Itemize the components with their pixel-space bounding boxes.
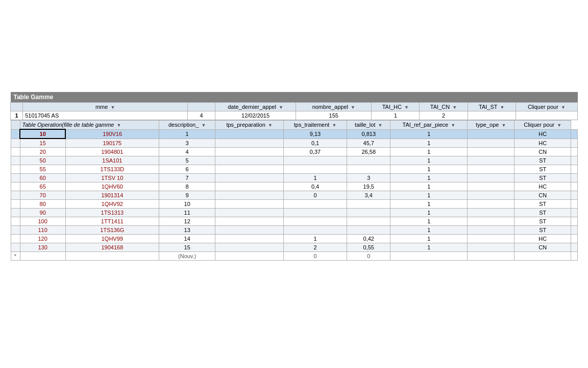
op-tai-ref-cell[interactable] <box>468 200 514 209</box>
op-taille-cell[interactable]: 1 <box>390 217 468 226</box>
gamme-cell-date[interactable]: 12/02/2015 <box>215 111 296 120</box>
gamme-cell-tai-st[interactable] <box>468 111 516 120</box>
gamme-col-name[interactable]: mme ▼ <box>23 103 188 111</box>
op-ordre-cell[interactable]: 1 <box>159 129 215 139</box>
op-tps-prep-cell[interactable]: 1 <box>283 174 347 182</box>
operation-title-dropdown[interactable]: ▼ <box>117 123 121 128</box>
op-ref-cell[interactable]: 1904168 <box>65 243 159 252</box>
table-row[interactable]: 651QHV6080,419,51HC <box>11 182 577 191</box>
op-num-cell[interactable]: 55 <box>20 165 65 174</box>
op-type-ope-cell[interactable]: ST <box>514 226 571 235</box>
table-row[interactable]: 1519017530,145,71HC <box>11 139 577 148</box>
op-tai-ref-cell[interactable] <box>468 243 514 252</box>
op-tai-ref-cell[interactable] <box>468 235 514 243</box>
op-ref-cell[interactable]: 1TS133D <box>65 165 159 174</box>
op-tai-ref-cell[interactable] <box>468 182 514 191</box>
gamme-col-tai-cn-dropdown[interactable]: ▼ <box>452 105 457 110</box>
op-num-cell[interactable]: 120 <box>20 235 65 243</box>
op-tps-trait-cell[interactable] <box>347 217 390 226</box>
table-row[interactable]: 901TS1313111ST <box>11 209 577 217</box>
op-col-cliquer-dropdown[interactable]: ▼ <box>557 123 561 128</box>
op-tps-trait-cell[interactable]: 3 <box>347 174 390 182</box>
op-tps-prep-cell[interactable] <box>283 165 347 174</box>
new-record-row[interactable]: *(Nouv.)00 <box>11 252 577 261</box>
op-taille-cell[interactable]: 1 <box>390 148 468 156</box>
op-tps-trait-cell[interactable] <box>347 226 390 235</box>
op-cliquer-cell[interactable] <box>571 129 577 139</box>
op-taille-cell[interactable]: 1 <box>390 174 468 182</box>
op-cliquer-cell[interactable] <box>571 200 577 209</box>
op-ordre-cell[interactable]: 5 <box>159 156 215 165</box>
op-num-cell[interactable]: 10 <box>20 129 65 139</box>
table-row[interactable]: 1001TT1411121ST <box>11 217 577 226</box>
op-col-tps-prep-dropdown[interactable]: ▼ <box>268 123 273 128</box>
op-cliquer-cell[interactable] <box>571 148 577 156</box>
op-tps-trait-cell[interactable]: 0,42 <box>347 235 390 243</box>
op-col-tps-trait[interactable]: tps_traitement ▼ <box>283 121 347 130</box>
op-col-tai-ref-dropdown[interactable]: ▼ <box>451 123 455 128</box>
op-tai-ref-cell[interactable] <box>468 191 514 200</box>
op-type-ope-cell[interactable]: ST <box>514 200 571 209</box>
table-row[interactable]: 20190480140,3726,581CN <box>11 148 577 156</box>
op-tai-ref-cell[interactable] <box>468 209 514 217</box>
op-taille-cell[interactable]: 1 <box>390 191 468 200</box>
op-desc-cell[interactable] <box>215 165 283 174</box>
op-cliquer-cell[interactable] <box>571 235 577 243</box>
op-col-taille-dropdown[interactable]: ▼ <box>378 123 383 128</box>
op-desc-cell[interactable] <box>215 235 283 243</box>
op-tps-trait-cell[interactable]: 26,58 <box>347 148 390 156</box>
op-num-cell[interactable]: 80 <box>20 200 65 209</box>
new-row-taille[interactable] <box>390 252 468 261</box>
op-type-ope-cell[interactable]: CN <box>514 243 571 252</box>
op-type-ope-cell[interactable]: HC <box>514 235 571 243</box>
op-ordre-cell[interactable]: 8 <box>159 182 215 191</box>
op-taille-cell[interactable]: 1 <box>390 209 468 217</box>
gamme-cell-name[interactable]: 51017045 AS <box>23 111 188 120</box>
op-col-taille[interactable]: taille_lot ▼ <box>347 121 390 130</box>
op-cliquer-cell[interactable] <box>571 182 577 191</box>
op-ordre-cell[interactable]: 13 <box>159 226 215 235</box>
op-type-ope-cell[interactable]: ST <box>514 156 571 165</box>
op-cliquer-cell[interactable] <box>571 217 577 226</box>
op-tai-ref-cell[interactable] <box>468 217 514 226</box>
op-desc-cell[interactable] <box>215 148 283 156</box>
new-row-tps-trait[interactable]: 0 <box>347 252 390 261</box>
new-row-tai-ref[interactable] <box>468 252 514 261</box>
op-tps-trait-cell[interactable]: 19,5 <box>347 182 390 191</box>
gamme-col-name-dropdown[interactable]: ▼ <box>110 105 115 110</box>
op-ref-cell[interactable]: 1QHV99 <box>65 235 159 243</box>
op-desc-cell[interactable] <box>215 156 283 165</box>
op-cliquer-cell[interactable] <box>571 165 577 174</box>
op-type-ope-cell[interactable]: HC <box>514 182 571 191</box>
op-desc-cell[interactable] <box>215 139 283 148</box>
op-tps-prep-cell[interactable] <box>283 209 347 217</box>
op-num-cell[interactable]: 15 <box>20 139 65 148</box>
op-desc-cell[interactable] <box>215 209 283 217</box>
op-desc-cell[interactable] <box>215 191 283 200</box>
op-type-ope-cell[interactable]: ST <box>514 174 571 182</box>
op-tai-ref-cell[interactable] <box>468 139 514 148</box>
op-ref-cell[interactable]: 1TS1313 <box>65 209 159 217</box>
op-taille-cell[interactable]: 1 <box>390 182 468 191</box>
op-type-ope-cell[interactable]: HC <box>514 139 571 148</box>
op-tai-ref-cell[interactable] <box>468 174 514 182</box>
op-type-ope-cell[interactable]: HC <box>514 129 571 139</box>
op-cliquer-cell[interactable] <box>571 226 577 235</box>
op-type-ope-cell[interactable]: ST <box>514 209 571 217</box>
gamme-cell-tai-cn[interactable]: 2 <box>420 111 468 120</box>
table-row[interactable]: 801QHV92101ST <box>11 200 577 209</box>
op-type-ope-cell[interactable]: ST <box>514 165 571 174</box>
op-tps-prep-cell[interactable]: 0,37 <box>283 148 347 156</box>
op-desc-cell[interactable] <box>215 226 283 235</box>
op-tps-prep-cell[interactable]: 2 <box>283 243 347 252</box>
op-ref-cell[interactable]: 190V16 <box>65 129 159 139</box>
op-desc-cell[interactable] <box>215 217 283 226</box>
op-tps-prep-cell[interactable] <box>283 156 347 165</box>
gamme-col-cliquer-dropdown[interactable]: ▼ <box>561 105 566 110</box>
gamme-col-tai-hc-dropdown[interactable]: ▼ <box>404 105 409 110</box>
gamme-col-date-dropdown[interactable]: ▼ <box>279 105 283 110</box>
op-tps-prep-cell[interactable]: 0 <box>283 191 347 200</box>
op-col-type-ope-dropdown[interactable]: ▼ <box>501 123 506 128</box>
op-desc-cell[interactable] <box>215 182 283 191</box>
op-tai-ref-cell[interactable] <box>468 226 514 235</box>
